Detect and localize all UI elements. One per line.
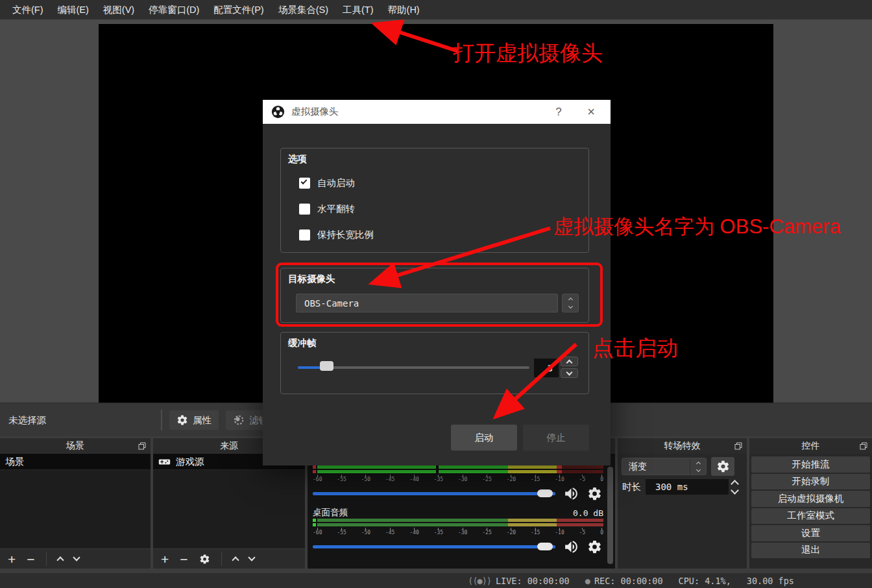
transition-select[interactable]: 渐变 [622, 458, 707, 475]
options-group-label: 选项 [288, 153, 307, 165]
controls-panel-header[interactable]: 控件 [749, 438, 872, 454]
audio-db-value: 0.0 dB [573, 508, 603, 518]
live-time: LIVE: 00:00:00 [496, 576, 570, 586]
meter-tick-label: -45 [385, 528, 394, 536]
buffer-decrement-button[interactable] [561, 368, 578, 378]
buffer-frames-group-label: 缓冲帧 [288, 337, 317, 349]
meter-tick-label: -10 [555, 528, 564, 536]
meter-tick-label: -15 [531, 475, 540, 483]
move-scene-up-button[interactable] [56, 556, 64, 563]
meter-tick-label: -35 [434, 475, 443, 483]
transition-properties-button[interactable] [711, 457, 734, 476]
meter-tick-label: -25 [482, 475, 491, 483]
controls-panel: 控件 开始推流开始录制启动虚拟摄像机工作室模式设置退出 [749, 438, 872, 569]
start-button[interactable]: 启动 [451, 425, 517, 451]
menu-item[interactable]: 工具(T) [335, 0, 381, 19]
menu-item[interactable]: 文件(F) [5, 0, 51, 19]
toolbar-divider [221, 552, 222, 566]
add-source-button[interactable]: + [161, 549, 169, 569]
obs-logo-icon [271, 105, 285, 119]
menu-item[interactable]: 视图(V) [96, 0, 141, 19]
checkbox[interactable] [299, 204, 310, 215]
gamepad-icon [158, 456, 171, 468]
meter-tick-label: -55 [337, 475, 346, 483]
properties-button[interactable]: 属性 [169, 410, 219, 430]
menu-item[interactable]: 场景集合(S) [271, 0, 335, 19]
dialog-titlebar[interactable]: 虚拟摄像头 ? × [263, 100, 611, 124]
speaker-icon[interactable] [563, 486, 579, 502]
remove-source-button[interactable]: − [180, 549, 188, 569]
rec-time: REC: 00:00:00 [594, 576, 663, 586]
volume-slider[interactable] [313, 489, 555, 498]
buffer-slider-handle[interactable] [320, 361, 333, 371]
obs-app-window: { "colors": { "annotation_red": "#f30d0d… [0, 0, 872, 588]
source-properties-icon[interactable] [199, 554, 210, 565]
move-scene-down-button[interactable] [73, 554, 80, 561]
source-name: 游戏源 [176, 456, 204, 468]
sources-toolbar: + − [153, 548, 305, 569]
checkmark-icon [301, 178, 308, 185]
menu-item[interactable]: 帮助(H) [381, 0, 427, 19]
checkbox[interactable] [299, 178, 310, 189]
horizontal-flip-checkbox-row[interactable]: 水平翻转 [299, 203, 355, 215]
control-button[interactable]: 开始录制 [751, 474, 870, 490]
keep-aspect-checkbox-row[interactable]: 保持长宽比例 [299, 229, 374, 241]
meter-tick-label: -10 [555, 475, 564, 483]
stop-button[interactable]: 停止 [523, 425, 589, 451]
meter-tick-label: -50 [361, 528, 370, 536]
control-button[interactable]: 工作室模式 [751, 508, 870, 524]
transitions-panel-header[interactable]: 转场特效 [618, 438, 747, 454]
status-bar: ((●)) LIVE: 00:00:00 ● REC: 00:00:00 CPU… [0, 573, 872, 588]
scene-list-item[interactable]: 场景 [0, 454, 151, 470]
move-source-up-button[interactable] [232, 556, 239, 563]
autostart-checkbox-row[interactable]: 自动启动 [299, 177, 355, 189]
audio-meter [313, 465, 603, 469]
scenes-panel-title: 场景 [66, 440, 84, 452]
add-scene-button[interactable]: + [8, 549, 16, 569]
scenes-panel-header[interactable]: 场景 [0, 438, 151, 454]
menu-item[interactable]: 停靠窗口(D) [141, 0, 206, 19]
control-button[interactable]: 设置 [751, 525, 870, 541]
buffer-value-input[interactable]: 3 [534, 359, 559, 377]
meter-tick-label: -50 [361, 475, 370, 483]
duration-label: 时长 [622, 481, 641, 493]
dialog-help-button[interactable]: ? [548, 106, 570, 119]
meter-tick-label: -5 [579, 475, 586, 483]
no-source-label: 未选择源 [8, 414, 46, 427]
annotation-camera-name: 虚拟摄像头名字为 OBS-Camera [553, 213, 841, 241]
volume-slider[interactable] [313, 542, 555, 551]
duration-input[interactable]: 300 ms [646, 479, 729, 495]
popout-icon[interactable] [138, 442, 146, 450]
speaker-icon[interactable] [563, 539, 579, 555]
scenes-panel: 场景 场景 + − [0, 438, 151, 569]
popout-icon[interactable] [860, 442, 867, 450]
mixer-source-2: 桌面音频 0.0 dB -60-55-50-45-40-35-30-25-20-… [308, 507, 615, 555]
annotation-highlight-rect [276, 263, 603, 327]
meter-tick-label: -30 [458, 475, 467, 483]
menu-item[interactable]: 配置文件(P) [206, 0, 271, 19]
sources-panel-title: 来源 [220, 440, 238, 452]
meter-tick-label: -60 [313, 475, 322, 483]
volume-slider-handle[interactable] [537, 489, 553, 497]
audio-settings-gear-icon[interactable] [587, 539, 602, 554]
dialog-close-button[interactable]: × [580, 104, 602, 119]
checkbox[interactable] [299, 229, 310, 241]
annotation-open-virtual-camera: 打开虚拟摄像头 [453, 39, 603, 68]
volume-slider-handle[interactable] [537, 543, 553, 550]
control-button[interactable]: 开始推流 [751, 456, 870, 473]
popout-icon[interactable] [734, 442, 742, 450]
properties-label: 属性 [193, 414, 212, 427]
meter-tick-label: -5 [579, 528, 586, 536]
controls-panel-title: 控件 [802, 440, 820, 452]
control-button[interactable]: 退出 [751, 543, 870, 559]
remove-scene-button[interactable]: − [27, 549, 34, 569]
audio-settings-gear-icon[interactable] [587, 486, 602, 501]
control-button[interactable]: 启动虚拟摄像机 [751, 491, 870, 507]
duration-spinner[interactable] [732, 481, 738, 493]
buffer-increment-button[interactable] [561, 357, 578, 366]
mixer-scrollbar[interactable] [607, 467, 613, 564]
live-status: ((●)) LIVE: 00:00:00 [468, 576, 569, 586]
menu-item[interactable]: 编辑(E) [51, 0, 96, 19]
clip-indicator [313, 470, 316, 473]
move-source-down-button[interactable] [248, 554, 255, 561]
